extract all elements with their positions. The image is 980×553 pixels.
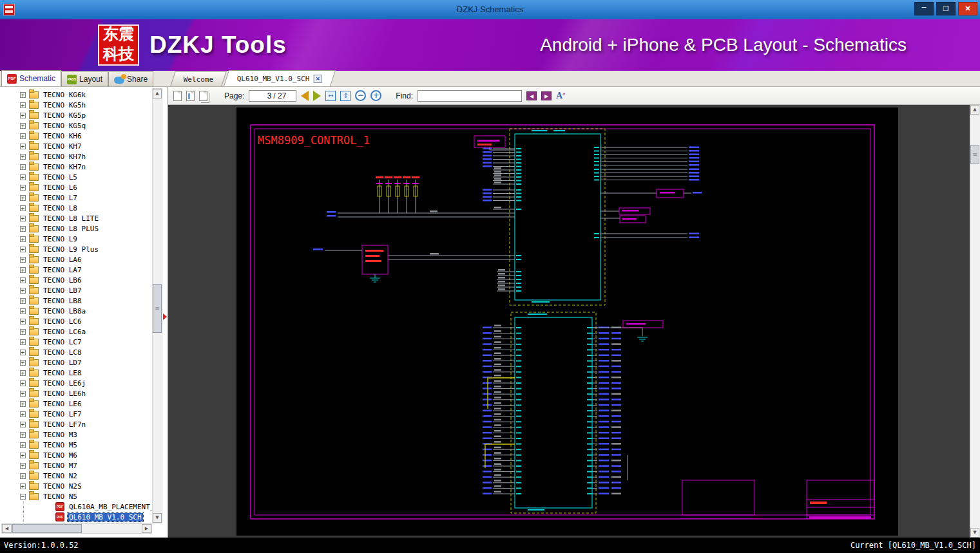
tree-item-folder[interactable]: +TECNO M6 [0, 450, 152, 460]
find-previous-icon[interactable] [526, 91, 537, 100]
find-input[interactable] [418, 90, 522, 102]
tree-item-folder[interactable]: +TECNO LB8 [0, 295, 152, 306]
facing-pages-icon[interactable] [186, 91, 195, 101]
tree-item-folder[interactable]: +TECNO LA6 [0, 254, 152, 265]
schematic-canvas[interactable]: MSM8909_CONTROL_1 [236, 108, 898, 536]
viewer-scrollbar-thumb[interactable] [970, 145, 979, 164]
expand-toggle[interactable]: + [20, 154, 26, 160]
expand-toggle[interactable]: + [20, 288, 26, 294]
expand-toggle[interactable]: + [20, 205, 26, 211]
tree-item-folder[interactable]: +TECNO LE6j [0, 378, 152, 388]
tree-item-folder[interactable]: +TECNO KG5q [0, 120, 152, 131]
expand-toggle[interactable]: + [20, 442, 26, 448]
schematic-page[interactable]: MSM8909_CONTROL_1 [236, 108, 898, 536]
expand-toggle[interactable]: + [20, 226, 26, 232]
expand-toggle[interactable]: + [20, 144, 26, 149]
expand-toggle[interactable]: + [20, 411, 26, 417]
tree-item-folder[interactable]: +TECNO LC7 [0, 337, 152, 347]
tree-horizontal-scrollbar[interactable]: ◀ ▶ [1, 523, 152, 534]
viewer-scroll-down-arrow[interactable]: ▼ [970, 528, 979, 538]
expand-toggle[interactable]: + [20, 123, 26, 129]
expand-toggle[interactable]: + [20, 360, 26, 366]
expand-toggle[interactable]: + [20, 483, 26, 489]
scroll-up-arrow[interactable]: ▲ [153, 89, 162, 98]
expand-toggle[interactable]: + [20, 391, 26, 397]
scroll-left-arrow[interactable]: ◀ [2, 524, 12, 533]
expand-toggle[interactable]: + [20, 174, 26, 180]
doc-tab-schematic-file[interactable]: QL610_MB_V1.0_SCH [224, 70, 336, 86]
expand-toggle[interactable]: + [20, 298, 26, 304]
tree-item-folder[interactable]: +TECNO LC6 [0, 316, 152, 326]
maximize-button[interactable] [936, 2, 956, 15]
expand-toggle[interactable]: + [20, 329, 26, 335]
tab-share[interactable]: Share [108, 71, 153, 86]
viewer-vertical-scrollbar[interactable]: ▲ ▼ [970, 105, 980, 538]
page-number-input[interactable] [252, 91, 271, 100]
tree-item-folder[interactable]: +TECNO L6 [0, 182, 152, 192]
tree-item-folder[interactable]: +TECNO L8 PLUS [0, 223, 152, 234]
tree-item-folder[interactable]: +TECNO KH6 [0, 131, 152, 141]
tree-hscrollbar-thumb[interactable] [12, 524, 82, 533]
expand-toggle[interactable]: + [20, 102, 26, 108]
tree-item-folder[interactable]: +TECNO L7 [0, 192, 152, 203]
expand-toggle[interactable]: + [20, 92, 26, 98]
tree-item-folder[interactable]: +TECNO M5 [0, 440, 152, 450]
expand-toggle[interactable]: + [20, 453, 26, 458]
expand-toggle[interactable]: + [20, 473, 26, 479]
expand-toggle[interactable]: + [20, 370, 26, 376]
doc-tab-welcome[interactable]: Welcome [170, 71, 227, 86]
tree-item-folder[interactable]: +TECNO KH7 [0, 141, 152, 151]
fit-page-icon[interactable] [340, 91, 351, 101]
previous-page-button[interactable] [301, 91, 309, 101]
tree-item-folder[interactable]: +TECNO KH7h [0, 151, 152, 162]
expand-toggle[interactable]: + [20, 236, 26, 242]
tree-item-folder[interactable]: +TECNO LE8 [0, 368, 152, 378]
expand-toggle[interactable]: + [20, 247, 26, 252]
zoom-out-icon[interactable] [355, 90, 366, 101]
expand-toggle[interactable]: + [20, 267, 26, 273]
expand-toggle[interactable]: + [20, 422, 26, 427]
schematic-viewer[interactable]: MSM8909_CONTROL_1 [168, 105, 970, 538]
single-page-icon[interactable] [173, 91, 182, 101]
fit-width-icon[interactable] [325, 91, 336, 101]
tree-vertical-scrollbar[interactable]: ▲ ▼ [152, 88, 162, 523]
tree-item-folder[interactable]: +TECNO LE6 [0, 398, 152, 409]
continuous-pages-icon[interactable] [199, 91, 207, 101]
expand-toggle[interactable]: + [20, 350, 26, 355]
next-page-button[interactable] [313, 91, 321, 101]
tree-item-pdf[interactable]: PDFQL610A_MB_PLACEMENT_V1.01 [0, 501, 152, 512]
tree-item-folder[interactable]: +TECNO L5 [0, 172, 152, 182]
scroll-down-arrow[interactable]: ▼ [153, 513, 162, 523]
close-button[interactable] [958, 2, 977, 15]
expand-toggle[interactable]: + [20, 113, 26, 118]
minimize-button[interactable] [914, 2, 934, 15]
tree-item-folder[interactable]: +TECNO L9 Plus [0, 244, 152, 254]
expand-toggle[interactable]: + [20, 401, 26, 407]
tree-item-folder[interactable]: +TECNO N2 [0, 471, 152, 481]
tree-item-folder[interactable]: +TECNO M7 [0, 460, 152, 471]
expand-toggle[interactable]: + [20, 257, 26, 263]
tree-item-folder[interactable]: +TECNO LF7n [0, 419, 152, 429]
tree-item-folder[interactable]: +TECNO KG5h [0, 100, 152, 110]
expand-toggle[interactable]: + [20, 133, 26, 139]
find-next-icon[interactable] [541, 91, 552, 100]
tree-item-folder[interactable]: +TECNO LF7 [0, 409, 152, 419]
tree-item-folder[interactable]: −TECNO N5 [0, 491, 152, 501]
scroll-right-arrow[interactable]: ▶ [142, 524, 151, 533]
expand-toggle[interactable]: + [20, 164, 26, 170]
tree-item-folder[interactable]: +TECNO M3 [0, 429, 152, 440]
tree-item-folder[interactable]: +TECNO LE6h [0, 388, 152, 398]
expand-toggle[interactable]: + [20, 319, 26, 324]
expand-toggle[interactable]: + [20, 463, 26, 469]
tree-item-folder[interactable]: +TECNO LB6 [0, 275, 152, 285]
tree-item-folder[interactable]: +TECNO LD7 [0, 357, 152, 368]
tree-scrollbar-thumb[interactable] [153, 284, 162, 333]
close-tab-icon[interactable] [314, 75, 322, 83]
tree-item-folder[interactable]: +TECNO KH7n [0, 162, 152, 172]
expand-toggle[interactable]: + [20, 432, 26, 438]
tab-layout[interactable]: PADS Layout [61, 71, 108, 86]
expand-toggle[interactable]: + [20, 339, 26, 345]
tree-item-folder[interactable]: +TECNO KG6k [0, 89, 152, 100]
expand-toggle[interactable]: + [20, 277, 26, 283]
expand-toggle[interactable]: + [20, 195, 26, 201]
